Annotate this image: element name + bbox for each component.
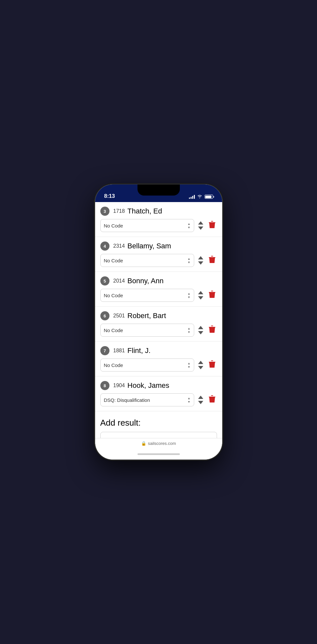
competitors-list: 3 1718 Thatch, Ed No Code ▲▼ [95,202,222,411]
select-arrows-icon: ▲▼ [188,362,191,369]
move-down-button[interactable] [197,330,204,335]
competitor-header: 4 2314 Bellamy, Sam [100,242,217,251]
svg-rect-9 [212,364,213,366]
competitor-row: 8 1904 Hook, James DSQ: Disqualification… [95,376,222,411]
chevron-down-icon [198,296,203,300]
competitor-number: 7 [100,346,109,355]
svg-rect-6 [211,329,212,331]
competitor-sail: 1718 [113,208,125,214]
delete-button[interactable] [207,394,217,406]
code-select[interactable]: DSQ: Disqualification ▲▼ [100,393,194,406]
chevron-up-icon [198,256,203,259]
move-up-button[interactable] [197,221,204,225]
delete-button[interactable] [207,289,217,301]
chevron-up-icon [198,361,203,364]
competitor-sail: 1904 [113,383,125,388]
move-buttons [197,221,204,230]
domain-text: sailscores.com [148,441,176,446]
competitor-name: Hook, James [127,381,169,390]
move-down-button[interactable] [197,400,204,405]
select-arrows-icon: ▲▼ [188,222,191,229]
delete-button[interactable] [207,255,217,267]
chevron-down-icon [198,401,203,404]
add-result-label: Add result: [100,418,217,428]
main-content: 3 1718 Thatch, Ed No Code ▲▼ [95,202,222,438]
competitor-controls: No Code ▲▼ [100,359,217,372]
competitor-controls: No Code ▲▼ [100,219,217,232]
move-buttons [197,360,204,370]
code-value: No Code [104,362,123,368]
chevron-up-icon [198,221,203,225]
move-buttons [197,290,204,300]
svg-rect-0 [211,224,212,227]
code-value: No Code [104,258,123,263]
delete-button[interactable] [207,220,217,232]
code-select[interactable]: No Code ▲▼ [100,324,194,337]
competitor-sail: 2314 [113,243,125,249]
svg-rect-4 [211,294,212,296]
code-select[interactable]: No Code ▲▼ [100,289,194,302]
code-select[interactable]: No Code ▲▼ [100,359,194,372]
competitor-sail: 2014 [113,278,125,284]
move-up-button[interactable] [197,290,204,295]
competitor-sail: 1881 [113,348,125,354]
move-up-button[interactable] [197,395,204,400]
competitor-number: 8 [100,381,109,390]
competitor-number: 5 [100,276,109,285]
chevron-down-icon [198,331,203,334]
competitor-row: 4 2314 Bellamy, Sam No Code ▲▼ [95,237,222,272]
chevron-up-icon [198,291,203,294]
code-select[interactable]: No Code ▲▼ [100,254,194,267]
chevron-up-icon [198,396,203,399]
select-arrows-icon: ▲▼ [188,257,191,264]
move-up-button[interactable] [197,325,204,330]
competitor-controls: DSQ: Disqualification ▲▼ [100,393,217,406]
delete-button[interactable] [207,359,217,371]
move-up-button[interactable] [197,360,204,365]
code-value: No Code [104,223,123,228]
competitor-row: 7 1881 Flint, J. No Code ▲▼ [95,342,222,376]
svg-rect-8 [211,364,212,366]
move-buttons [197,256,204,265]
phone-frame: 8:13 [95,184,222,460]
chevron-down-icon [198,366,203,369]
select-arrows-icon: ▲▼ [188,292,191,299]
notch [137,184,180,196]
code-value: No Code [104,293,123,298]
competitor-header: 3 1718 Thatch, Ed [100,207,217,216]
move-up-button[interactable] [197,256,204,260]
competitor-header: 7 1881 Flint, J. [100,346,217,355]
competitor-header: 6 2501 Robert, Bart [100,311,217,320]
move-buttons [197,325,204,335]
competitor-name: Flint, J. [127,346,151,355]
move-down-button[interactable] [197,226,204,230]
add-result-input[interactable] [100,432,217,438]
wifi-icon [197,194,203,199]
competitor-name: Bonny, Ann [127,277,164,285]
delete-button[interactable] [207,324,217,336]
select-arrows-icon: ▲▼ [188,327,191,334]
phone-screen: 8:13 [95,184,222,460]
code-select[interactable]: No Code ▲▼ [100,219,194,232]
chevron-down-icon [198,261,203,265]
competitor-row: 3 1718 Thatch, Ed No Code ▲▼ [95,202,222,237]
competitor-name: Robert, Bart [127,312,166,320]
competitor-number: 3 [100,207,109,216]
move-down-button[interactable] [197,365,204,370]
move-down-button[interactable] [197,261,204,265]
code-value: DSQ: Disqualification [104,397,150,403]
svg-rect-1 [212,224,213,227]
home-bar [137,453,180,455]
status-icons [189,194,213,199]
competitor-controls: No Code ▲▼ [100,324,217,337]
svg-rect-2 [211,259,212,261]
svg-rect-3 [212,259,213,261]
competitor-row: 5 2014 Bonny, Ann No Code ▲▼ [95,272,222,307]
chevron-up-icon [198,326,203,329]
signal-icon [189,195,195,199]
home-indicator [95,448,222,460]
select-arrows-icon: ▲▼ [188,397,191,403]
battery-icon [205,195,213,199]
competitor-header: 5 2014 Bonny, Ann [100,276,217,285]
move-down-button[interactable] [197,296,204,300]
